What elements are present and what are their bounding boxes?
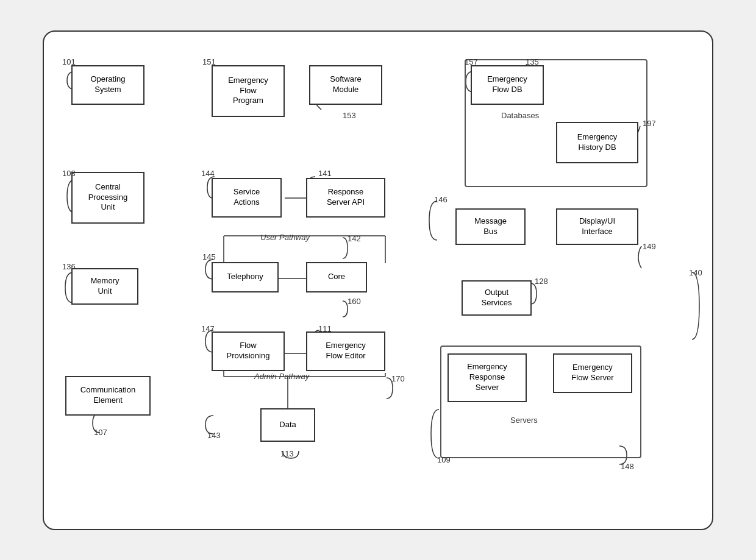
ref-157: 157 (465, 57, 478, 66)
user-pathway-label: User Pathway (260, 233, 310, 242)
output-services-box: OutputServices (462, 280, 532, 316)
ref-142: 142 (348, 234, 361, 243)
communication-element-box: CommunicationElement (65, 376, 151, 416)
ref-103: 103 (62, 169, 76, 178)
ref-113: 113 (280, 449, 294, 458)
ref-111: 111 (318, 324, 332, 333)
central-processing-unit-box: CentralProcessingUnit (71, 172, 144, 224)
telephony-box: Telephony (212, 262, 279, 292)
ref-146: 146 (434, 195, 448, 204)
ref-170: 170 (391, 374, 405, 383)
ref-148: 148 (621, 462, 634, 471)
ref-197: 197 (643, 119, 656, 128)
ref-147: 147 (201, 324, 215, 333)
emergency-response-server-box: EmergencyResponseServer (448, 353, 527, 402)
software-module-box: SoftwareModule (309, 65, 382, 105)
ref-109: 109 (437, 455, 451, 464)
ref-151: 151 (202, 57, 216, 66)
core-box: Core (306, 262, 367, 292)
ref-135: 135 (526, 57, 539, 66)
ref-140: 140 (689, 268, 702, 277)
ref-143: 143 (207, 431, 221, 440)
servers-label: Servers (510, 416, 538, 425)
response-server-api-box: ResponseServer API (306, 178, 385, 218)
emergency-history-db-box: EmergencyHistory DB (556, 122, 638, 163)
emergency-flow-program-box: EmergencyFlowProgram (212, 65, 285, 117)
operating-system-box: Operating System (71, 65, 144, 105)
message-bus-box: MessageBus (455, 208, 526, 245)
data-box: Data (260, 408, 315, 442)
ref-136: 136 (62, 262, 76, 271)
ref-153: 153 (343, 111, 356, 120)
databases-label: Databases (501, 111, 539, 120)
ref-107: 107 (94, 428, 107, 437)
flow-provisioning-box: FlowProvisioning (212, 331, 285, 371)
main-diagram: Operating System EmergencyFlowProgram So… (43, 30, 713, 530)
emergency-flow-db-box: EmergencyFlow DB (471, 65, 544, 105)
emergency-flow-server-box: EmergencyFlow Server (553, 353, 632, 393)
display-ui-interface-box: Display/UIInterface (556, 208, 638, 245)
memory-unit-box: MemoryUnit (71, 268, 138, 305)
ref-145: 145 (202, 252, 216, 261)
ref-149: 149 (643, 242, 656, 251)
admin-pathway-label: Admin Pathway (254, 372, 309, 381)
ref-144: 144 (201, 169, 215, 178)
ref-160: 160 (348, 297, 361, 306)
emergency-flow-editor-box: EmergencyFlow Editor (306, 331, 385, 371)
ref-128: 128 (535, 277, 548, 286)
service-actions-box: ServiceActions (212, 178, 282, 218)
ref-141: 141 (318, 169, 332, 178)
ref-101: 101 (62, 57, 76, 66)
